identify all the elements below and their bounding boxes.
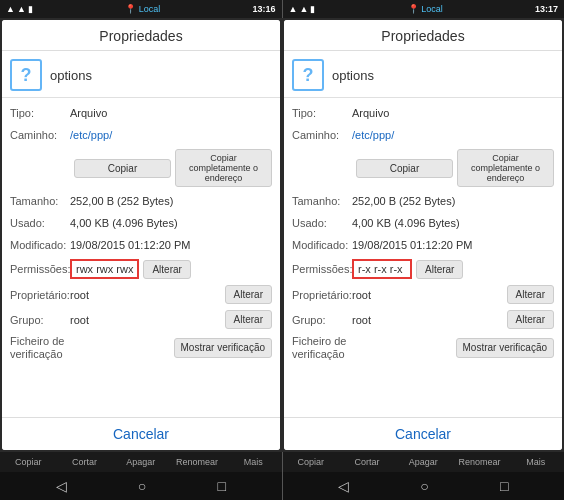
recent-button-left[interactable]: □ <box>217 478 225 494</box>
left-props-content: Tipo: Arquivo Caminho: /etc/ppp/ Copiar … <box>2 98 280 417</box>
left-mostrar-button[interactable]: Mostrar verificação <box>174 338 272 358</box>
right-tamanho-label: Tamanho: <box>292 195 352 207</box>
right-props-content: Tipo: Arquivo Caminho: /etc/ppp/ Copiar … <box>284 98 562 417</box>
left-grupo-value: root <box>70 314 221 326</box>
nav-item-mais[interactable]: Mais <box>508 452 564 472</box>
right-caminho-label: Caminho: <box>292 129 352 141</box>
left-tipo-label: Tipo: <box>10 107 70 119</box>
signal-icon-r: ▲ <box>289 4 298 14</box>
left-alterar2-button[interactable]: Alterar <box>225 285 272 304</box>
nav-item-apagar[interactable]: Apagar <box>113 452 169 472</box>
left-copy-btn-row: Copiar Copiar completamente o endereço <box>10 146 272 190</box>
right-status-icons: ▲ ▲ ▮ <box>289 4 316 14</box>
left-panel-title: Propriedades <box>2 20 280 51</box>
right-panel-title: Propriedades <box>284 20 562 51</box>
left-ficheiro-label: Ficheiro de verificação <box>10 335 70 361</box>
left-file-icon: ? <box>10 59 42 91</box>
left-usado-row: Usado: 4,00 KB (4.096 Bytes) <box>10 212 272 234</box>
right-usado-label: Usado: <box>292 217 352 229</box>
location-label-right: 📍 Local <box>408 4 443 14</box>
left-sys-nav: ◁ ○ □ <box>0 472 282 500</box>
right-perm-row: Permissões: r-x r-x r-x Alterar <box>292 256 554 282</box>
right-caminho-row: Caminho: /etc/ppp/ <box>292 124 554 146</box>
left-alterar1-button[interactable]: Alterar <box>143 260 190 279</box>
left-tamanho-label: Tamanho: <box>10 195 70 207</box>
main-panels: Propriedades ? options Tipo: Arquivo Cam… <box>0 18 564 452</box>
right-nav-items: CopiarCortarApagarRenomearMais <box>283 452 565 472</box>
right-verification-row: Ficheiro de verificação Mostrar verifica… <box>292 332 554 364</box>
left-copiar-completo-button[interactable]: Copiar completamente o endereço <box>175 149 272 187</box>
left-grupo-row: Grupo: root Alterar <box>10 307 272 332</box>
right-modificado-label: Modificado: <box>292 239 352 251</box>
battery-icon: ▮ <box>28 4 33 14</box>
left-usado-label: Usado: <box>10 217 70 229</box>
right-grupo-label: Grupo: <box>292 314 352 326</box>
left-caminho-row: Caminho: /etc/ppp/ <box>10 124 272 146</box>
left-tipo-row: Tipo: Arquivo <box>10 102 272 124</box>
left-grupo-label: Grupo: <box>10 314 70 326</box>
left-tamanho-value: 252,00 B (252 Bytes) <box>70 195 272 207</box>
left-caminho-value[interactable]: /etc/ppp/ <box>70 129 272 141</box>
system-nav: ◁ ○ □ ◁ ○ □ <box>0 472 564 500</box>
right-copiar-button[interactable]: Copiar <box>356 159 453 178</box>
right-alterar2-button[interactable]: Alterar <box>507 285 554 304</box>
right-panel: Propriedades ? options Tipo: Arquivo Cam… <box>284 20 562 450</box>
right-copiar-completo-button[interactable]: Copiar completamente o endereço <box>457 149 554 187</box>
back-button-left[interactable]: ◁ <box>56 478 67 494</box>
left-file-name: options <box>50 68 92 83</box>
left-proprietario-row: Proprietário: root Alterar <box>10 282 272 307</box>
right-cancelar-button[interactable]: Cancelar <box>284 417 562 450</box>
left-proprietario-label: Proprietário: <box>10 289 70 301</box>
battery-icon-r: ▮ <box>310 4 315 14</box>
time-right: 13:17 <box>535 4 558 14</box>
right-grupo-row: Grupo: root Alterar <box>292 307 554 332</box>
home-button-left[interactable]: ○ <box>138 478 146 494</box>
left-perm-row: Permissões: rwx rwx rwx Alterar <box>10 256 272 282</box>
right-ficheiro-label: Ficheiro de verificação <box>292 335 352 361</box>
status-bar-right: ▲ ▲ ▮ 📍 Local 13:17 <box>283 0 565 18</box>
left-copiar-button[interactable]: Copiar <box>74 159 171 178</box>
back-button-right[interactable]: ◁ <box>338 478 349 494</box>
right-alterar3-button[interactable]: Alterar <box>507 310 554 329</box>
right-mostrar-button[interactable]: Mostrar verificação <box>456 338 554 358</box>
left-caminho-label: Caminho: <box>10 129 70 141</box>
right-alterar1-button[interactable]: Alterar <box>416 260 463 279</box>
right-modificado-row: Modificado: 19/08/2015 01:12:20 PM <box>292 234 554 256</box>
left-verification-row: Ficheiro de verificação Mostrar verifica… <box>10 332 272 364</box>
nav-item-mais[interactable]: Mais <box>225 452 281 472</box>
left-status-icons: ▲ ▲ ▮ <box>6 4 33 14</box>
right-file-info: ? options <box>284 51 562 98</box>
right-modificado-value: 19/08/2015 01:12:20 PM <box>352 239 554 251</box>
right-file-name: options <box>332 68 374 83</box>
wifi-icon-r: ▲ <box>299 4 308 14</box>
nav-item-copiar[interactable]: Copiar <box>0 452 56 472</box>
left-tamanho-row: Tamanho: 252,00 B (252 Bytes) <box>10 190 272 212</box>
signal-icon: ▲ <box>6 4 15 14</box>
nav-item-renomear[interactable]: Renomear <box>169 452 225 472</box>
nav-item-renomear[interactable]: Renomear <box>451 452 507 472</box>
left-modificado-label: Modificado: <box>10 239 70 251</box>
nav-item-cortar[interactable]: Cortar <box>56 452 112 472</box>
left-alterar3-button[interactable]: Alterar <box>225 310 272 329</box>
time-left: 13:16 <box>252 4 275 14</box>
wifi-icon: ▲ <box>17 4 26 14</box>
right-usado-value: 4,00 KB (4.096 Bytes) <box>352 217 554 229</box>
left-cancelar-button[interactable]: Cancelar <box>2 417 280 450</box>
right-caminho-value[interactable]: /etc/ppp/ <box>352 129 554 141</box>
home-button-right[interactable]: ○ <box>420 478 428 494</box>
right-usado-row: Usado: 4,00 KB (4.096 Bytes) <box>292 212 554 234</box>
left-tipo-value: Arquivo <box>70 107 272 119</box>
left-panel: Propriedades ? options Tipo: Arquivo Cam… <box>2 20 280 450</box>
nav-item-cortar[interactable]: Cortar <box>339 452 395 472</box>
recent-button-right[interactable]: □ <box>500 478 508 494</box>
right-tipo-label: Tipo: <box>292 107 352 119</box>
status-bar: ▲ ▲ ▮ 📍 Local 13:16 ▲ ▲ ▮ 📍 Local 13:17 <box>0 0 564 18</box>
right-tipo-value: Arquivo <box>352 107 554 119</box>
nav-item-apagar[interactable]: Apagar <box>395 452 451 472</box>
right-tamanho-row: Tamanho: 252,00 B (252 Bytes) <box>292 190 554 212</box>
nav-item-copiar[interactable]: Copiar <box>283 452 339 472</box>
left-file-info: ? options <box>2 51 280 98</box>
right-proprietario-label: Proprietário: <box>292 289 352 301</box>
right-file-icon: ? <box>292 59 324 91</box>
left-perm-label: Permissões: <box>10 263 70 275</box>
